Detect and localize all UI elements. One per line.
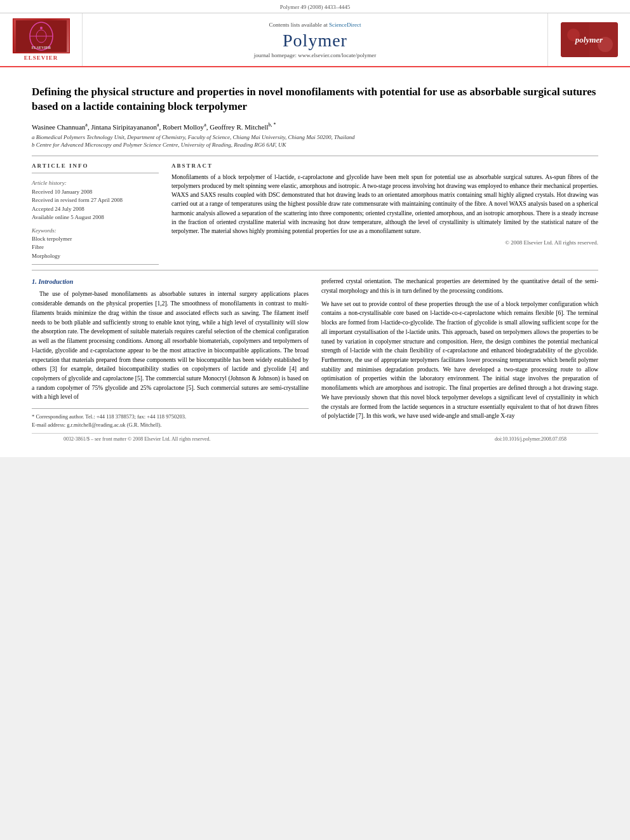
footnote-section: * Corresponding author. Tel.: +44 118 37… <box>32 408 309 429</box>
article-info-column: ARTICLE INFO Article history: Received 1… <box>32 163 159 265</box>
journal-name: Polymer <box>283 30 347 51</box>
abstract-label: ABSTRACT <box>171 163 598 169</box>
journal-header: ELSEVIER ELSEVIER Contents lists availab… <box>0 13 630 67</box>
footnote-corresponding: * Corresponding author. Tel.: +44 118 37… <box>32 413 309 421</box>
received-date: Received 10 January 2008 <box>32 188 159 197</box>
article-title: Defining the physical structure and prop… <box>32 85 598 114</box>
elsevier-logo-section: ELSEVIER ELSEVIER <box>0 13 83 66</box>
section1-heading: 1. Introduction <box>32 277 309 287</box>
page: Polymer 49 (2008) 4433–4445 ELSEVIER ELS… <box>0 0 630 457</box>
body-paragraph-1: The use of polymer-based monofilaments a… <box>32 290 309 402</box>
copyright: © 2008 Elsevier Ltd. All rights reserved… <box>171 239 598 246</box>
affiliations: a Biomedical Polymers Technology Unit, D… <box>32 133 598 149</box>
body-paragraph-3: We have set out to provide control of th… <box>321 300 598 421</box>
elsevier-text: ELSEVIER <box>24 55 58 61</box>
sciencedirect-link[interactable]: ScienceDirect <box>329 22 361 28</box>
journal-volume: Polymer 49 (2008) 4433–4445 <box>280 4 351 10</box>
svg-text:ELSEVIER: ELSEVIER <box>31 46 51 50</box>
sciencedirect-line: Contents lists available at ScienceDirec… <box>269 22 361 28</box>
article-info-abstract: ARTICLE INFO Article history: Received 1… <box>32 163 598 265</box>
elsevier-logo-image: ELSEVIER <box>13 18 70 53</box>
body-left-col: 1. Introduction The use of polymer-based… <box>32 277 309 429</box>
author-wasinee: Wasinee Channuan <box>32 123 85 131</box>
keyword-2: Fibre <box>32 243 159 252</box>
author-robert: Robert Molloy <box>163 123 204 131</box>
author-geoffrey: Geoffrey R. Mitchell <box>210 123 268 131</box>
polymer-logo: polymer <box>561 22 618 57</box>
main-content: Defining the physical structure and prop… <box>0 67 630 457</box>
top-bar: Polymer 49 (2008) 4433–4445 <box>0 0 630 13</box>
keyword-1: Block terpolymer <box>32 235 159 244</box>
available-date: Available online 5 August 2008 <box>32 213 159 222</box>
keywords-title: Keywords: <box>32 227 159 234</box>
accepted-date: Accepted 24 July 2008 <box>32 205 159 214</box>
abstract-column: ABSTRACT Monofilaments of a block terpol… <box>171 163 598 265</box>
body-right-col: preferred crystal orientation. The mecha… <box>321 277 598 429</box>
elsevier-logo: ELSEVIER ELSEVIER <box>13 18 70 61</box>
divider <box>32 156 598 156</box>
section1-number: 1. <box>32 278 37 285</box>
footnote-email: E-mail address: g.r.mitchell@reading.ac.… <box>32 421 309 429</box>
keyword-3: Morphology <box>32 252 159 261</box>
received-revised-date: Received in revised form 27 April 2008 <box>32 196 159 205</box>
journal-header-center: Contents lists available at ScienceDirec… <box>83 13 547 66</box>
body-divider <box>32 270 598 270</box>
history-title: Article history: <box>32 180 159 186</box>
affiliation-b: b Centre for Advanced Microscopy and Pol… <box>32 141 598 149</box>
article-info-box: Article history: Received 10 January 200… <box>32 173 159 265</box>
abstract-text: Monofilaments of a block terpolymer of l… <box>171 173 598 236</box>
issn-text: 0032-3861/$ – see front matter © 2008 El… <box>64 436 211 442</box>
section1-title: Introduction <box>39 278 74 285</box>
body-content: 1. Introduction The use of polymer-based… <box>32 277 598 429</box>
doi-text: doi:10.1016/j.polymer.2008.07.058 <box>495 436 566 442</box>
svg-point-4 <box>40 27 43 29</box>
affiliation-a: a Biomedical Polymers Technology Unit, D… <box>32 133 598 142</box>
article-info-label: ARTICLE INFO <box>32 163 159 169</box>
body-two-col: 1. Introduction The use of polymer-based… <box>32 277 598 429</box>
polymer-logo-section: polymer <box>547 13 630 66</box>
author-jintana: Jintana Siripitayananon <box>91 123 157 131</box>
polymer-logo-text: polymer <box>575 35 603 45</box>
authors: Wasinee Channuana, Jintana Siripitayanan… <box>32 122 598 131</box>
bottom-bar: 0032-3861/$ – see front matter © 2008 El… <box>32 433 598 444</box>
journal-homepage: journal homepage: www.elsevier.com/locat… <box>254 52 376 58</box>
body-paragraph-2: preferred crystal orientation. The mecha… <box>321 277 598 295</box>
